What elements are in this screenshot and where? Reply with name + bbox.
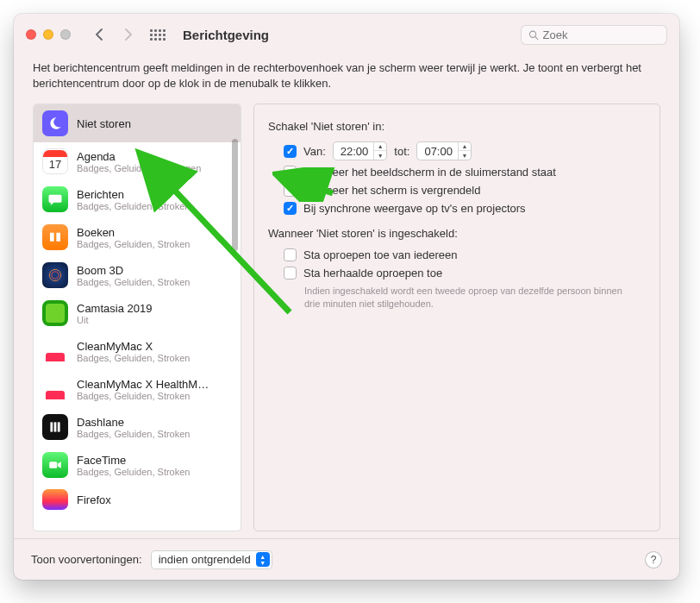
- checkbox-mirror[interactable]: [284, 202, 297, 215]
- camtasia-icon: [42, 300, 68, 326]
- sidebar-item-dashlane[interactable]: DashlaneBadges, Geluiden, Stroken: [34, 408, 241, 446]
- sidebar-item-boeken[interactable]: BoekenBadges, Geluiden, Stroken: [34, 218, 241, 256]
- app-list[interactable]: Niet storen 17 AgendaBadges, Geluiden, M…: [33, 104, 241, 531]
- preview-select[interactable]: indien ontgrendeld ▲▼: [151, 550, 272, 569]
- sidebar-item-label: Agenda: [77, 150, 201, 163]
- grid-icon: [149, 26, 166, 43]
- to-label: tot:: [394, 145, 409, 158]
- label-locked: Wanneer het scherm is vergrendeld: [303, 184, 480, 197]
- scrollbar-thumb[interactable]: [232, 139, 238, 251]
- to-stepper[interactable]: ▲▼: [458, 141, 471, 160]
- sidebar-item-sub: Badges, Geluiden, Stroken: [77, 239, 190, 249]
- stepper-up-icon[interactable]: ▲: [459, 141, 471, 151]
- zoom-window-button: [60, 29, 71, 40]
- sidebar-item-camtasia[interactable]: Camtasia 2019Uit: [34, 294, 241, 332]
- row-time-range: Van: 22:00 ▲▼ tot: 07:00 ▲▼: [284, 141, 646, 160]
- sidebar-item-sub: Badges, Geluiden, Stroken: [77, 277, 190, 287]
- moon-icon: [42, 110, 68, 136]
- section-enable-title: Schakel 'Niet storen' in:: [268, 120, 646, 133]
- sidebar-item-sub: Badges, Geluiden, Stroken: [77, 391, 209, 401]
- sidebar-item-sub: Badges, Geluiden, Stroken: [77, 353, 190, 363]
- row-repeated-calls: Sta herhaalde oproepen toe: [284, 267, 646, 280]
- sidebar-item-label: FaceTime: [77, 454, 190, 467]
- checkbox-sleep[interactable]: [284, 166, 297, 179]
- sidebar-item-label: Firefox: [77, 493, 111, 506]
- search-icon: [528, 29, 539, 41]
- sidebar-item-sub: Badges, Geluiden, Stroken: [77, 201, 190, 211]
- checkbox-time-range[interactable]: [284, 145, 297, 158]
- boom3d-icon: [42, 262, 68, 288]
- sidebar-item-firefox[interactable]: Firefox: [34, 484, 241, 515]
- sidebar-item-sub: Badges, Geluiden, Stroken: [77, 429, 190, 439]
- section-when-enabled-title: Wanneer 'Niet storen' is ingeschakeld:: [268, 227, 646, 240]
- sidebar-item-facetime[interactable]: FaceTimeBadges, Geluiden, Stroken: [34, 446, 241, 484]
- books-icon: [42, 224, 68, 250]
- window-controls: [26, 29, 71, 40]
- preferences-window: Berichtgeving Het berichtencentrum geeft…: [14, 14, 679, 580]
- svg-point-3: [52, 272, 59, 279]
- preview-value: indien ontgrendeld: [159, 553, 251, 566]
- sidebar-item-agenda[interactable]: 17 AgendaBadges, Geluiden, Meldingen: [34, 142, 241, 180]
- row-mirror: Bij synchrone weergave op tv's en projec…: [284, 202, 646, 215]
- cleanmymac-icon: [42, 338, 68, 364]
- stepper-down-icon[interactable]: ▼: [459, 151, 471, 160]
- checkbox-calls-everyone[interactable]: [284, 248, 297, 261]
- firefox-icon: [42, 489, 68, 510]
- to-time-field[interactable]: 07:00 ▲▼: [416, 141, 472, 160]
- sidebar-item-label: CleanMyMac X: [77, 340, 190, 353]
- sidebar-item-sub: Badges, Geluiden, Meldingen: [77, 163, 201, 173]
- from-stepper[interactable]: ▲▼: [373, 141, 386, 160]
- titlebar: Berichtgeving: [14, 14, 679, 55]
- detail-panel: Schakel 'Niet storen' in: Van: 22:00 ▲▼ …: [253, 104, 660, 531]
- facetime-icon: [42, 452, 68, 478]
- from-time-value: 22:00: [334, 145, 374, 158]
- svg-rect-5: [54, 423, 57, 432]
- select-arrows-icon: ▲▼: [256, 552, 270, 567]
- messages-icon: [42, 186, 68, 212]
- sidebar-item-cleanmymac[interactable]: CleanMyMac XBadges, Geluiden, Stroken: [34, 332, 241, 370]
- checkbox-repeated-calls[interactable]: [284, 267, 297, 280]
- row-locked: Wanneer het scherm is vergrendeld: [284, 184, 646, 197]
- calendar-icon: 17: [42, 148, 68, 174]
- back-button[interactable]: [88, 24, 110, 45]
- label-repeated-calls: Sta herhaalde oproepen toe: [303, 267, 442, 280]
- sidebar-item-sub: Badges, Geluiden, Stroken: [77, 467, 190, 477]
- svg-point-2: [49, 270, 60, 281]
- close-window-button[interactable]: [26, 29, 36, 40]
- sidebar-item-label: Niet storen: [77, 117, 131, 130]
- sidebar-item-berichten[interactable]: BerichtenBadges, Geluiden, Stroken: [34, 180, 241, 218]
- description-text: Het berichtencentrum geeft meldingen in …: [14, 55, 679, 104]
- sidebar-item-label: CleanMyMac X HealthM…: [77, 378, 209, 391]
- label-sleep: Wanneer het beeldscherm in de sluimersta…: [303, 166, 556, 179]
- preview-label: Toon voorvertoningen:: [31, 553, 142, 566]
- sidebar-item-sub: Uit: [77, 315, 152, 325]
- sidebar-item-boom3d[interactable]: Boom 3DBadges, Geluiden, Stroken: [34, 256, 241, 294]
- sidebar-item-cleanmymac-health[interactable]: CleanMyMac X HealthM…Badges, Geluiden, S…: [34, 370, 241, 408]
- cleanmymac-health-icon: [42, 376, 68, 402]
- repeated-calls-hint: Indien ingeschakeld wordt een tweede opr…: [304, 285, 632, 311]
- sidebar-item-label: Dashlane: [77, 416, 190, 429]
- svg-line-1: [535, 36, 538, 39]
- to-time-value: 07:00: [417, 145, 458, 158]
- search-field[interactable]: [521, 25, 667, 45]
- row-sleep: Wanneer het beeldscherm in de sluimersta…: [284, 166, 646, 179]
- row-calls-everyone: Sta oproepen toe van iedereen: [284, 248, 646, 261]
- checkbox-locked[interactable]: [284, 184, 297, 197]
- show-all-button[interactable]: [147, 24, 169, 45]
- label-mirror: Bij synchrone weergave op tv's en projec…: [303, 202, 526, 215]
- svg-rect-6: [58, 423, 60, 432]
- sidebar-item-label: Berichten: [77, 188, 190, 201]
- sidebar-item-label: Boeken: [77, 226, 190, 239]
- search-input[interactable]: [543, 28, 659, 41]
- stepper-up-icon[interactable]: ▲: [374, 141, 386, 151]
- svg-rect-7: [49, 462, 57, 469]
- help-button[interactable]: ?: [645, 551, 662, 568]
- stepper-down-icon[interactable]: ▼: [374, 151, 386, 160]
- minimize-window-button[interactable]: [43, 29, 53, 40]
- sidebar-item-dnd[interactable]: Niet storen: [34, 104, 241, 142]
- from-time-field[interactable]: 22:00 ▲▼: [333, 141, 388, 160]
- sidebar-item-label: Camtasia 2019: [77, 302, 152, 315]
- sidebar-item-label: Boom 3D: [77, 264, 190, 277]
- forward-button: [117, 24, 140, 45]
- svg-rect-4: [50, 423, 53, 432]
